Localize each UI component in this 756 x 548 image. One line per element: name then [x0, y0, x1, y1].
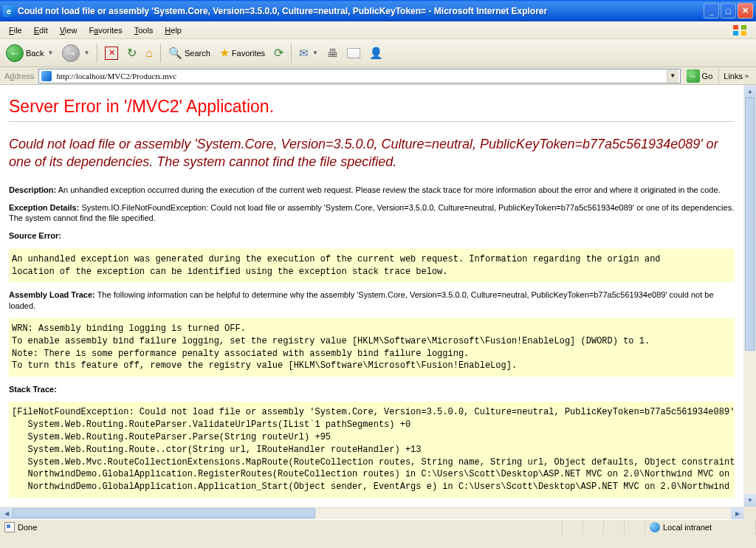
menu-help[interactable]: Help	[159, 24, 188, 37]
horizontal-scrollbar[interactable]: ◀ ▶	[0, 507, 756, 519]
status-pane-4	[625, 520, 645, 535]
menu-edit[interactable]: Edit	[28, 24, 54, 37]
status-bar: Done Local intranet	[0, 519, 756, 535]
stack-trace-label: Stack Trace:	[9, 384, 735, 394]
forward-button[interactable]: → ▼	[59, 43, 92, 64]
exception-section: Exception Details: System.IO.FileNotFoun…	[9, 202, 735, 224]
content-viewport: Server Error in '/MVC2' Application. Cou…	[0, 85, 756, 519]
print-icon: 🖶	[327, 47, 338, 59]
status-pane-1	[563, 520, 583, 535]
vertical-scrollbar[interactable]: ▲ ▼	[743, 85, 756, 507]
forward-dropdown-icon[interactable]: ▼	[83, 49, 89, 56]
maximize-button[interactable]: □	[721, 3, 736, 18]
messenger-icon: 👤	[369, 47, 383, 60]
address-input-wrap[interactable]: ▼	[38, 69, 680, 83]
page-ie-icon	[41, 70, 52, 82]
links-chevron-icon: »	[745, 72, 749, 80]
history-button[interactable]: ⟳	[271, 44, 286, 61]
status-text: Done	[18, 523, 37, 532]
done-icon	[4, 522, 15, 532]
home-button[interactable]: ⌂	[142, 45, 156, 61]
address-dropdown-icon[interactable]: ▼	[667, 69, 678, 83]
address-label: Address	[3, 72, 35, 81]
error-page: Server Error in '/MVC2' Application. Cou…	[0, 85, 743, 507]
source-error-box: An unhandled exception was generated dur…	[9, 249, 735, 283]
windows-logo-icon	[726, 23, 753, 38]
scroll-left-icon[interactable]: ◀	[0, 507, 13, 519]
edit-button[interactable]	[344, 47, 363, 60]
history-icon: ⟳	[274, 46, 284, 60]
security-zone: Local intranet	[645, 520, 756, 535]
go-arrow-icon: →	[687, 69, 700, 83]
assembly-load-trace-section: Assembly Load Trace: The following infor…	[9, 290, 735, 311]
address-input[interactable]	[55, 71, 666, 81]
hscroll-thumb[interactable]	[13, 508, 315, 518]
globe-icon	[650, 522, 660, 532]
error-heading: Server Error in '/MVC2' Application.	[9, 97, 735, 117]
description-section: Description: An unhandled exception occu…	[9, 185, 735, 195]
scroll-up-icon[interactable]: ▲	[744, 85, 756, 97]
zone-text: Local intranet	[663, 523, 712, 532]
links-button[interactable]: Links »	[718, 69, 753, 83]
messenger-button[interactable]: 👤	[366, 45, 386, 61]
refresh-button[interactable]: ↻	[124, 44, 140, 61]
menu-file[interactable]: File	[3, 24, 28, 37]
edit-icon	[347, 48, 360, 58]
print-button[interactable]: 🖶	[324, 45, 341, 61]
assembly-load-trace-box: WRN: Assembly binding logging is turned …	[9, 318, 735, 377]
mail-icon: ✉	[299, 47, 309, 60]
address-bar: Address ▼ → Go Links »	[0, 67, 756, 85]
search-icon: 🔍	[168, 47, 182, 60]
status-pane-3	[604, 520, 625, 535]
menu-tools[interactable]: Tools	[128, 24, 159, 37]
stop-icon: ✕	[105, 47, 118, 60]
menu-view[interactable]: View	[54, 24, 83, 37]
ie-icon: e	[3, 5, 15, 17]
refresh-icon: ↻	[127, 46, 137, 60]
scroll-corner	[743, 507, 756, 520]
vscroll-thumb[interactable]	[745, 97, 755, 351]
forward-arrow-icon: →	[62, 44, 80, 62]
go-button[interactable]: → Go	[684, 69, 716, 83]
stack-trace-box: [FileNotFoundException: Could not load f…	[9, 402, 735, 498]
scroll-right-icon[interactable]: ▶	[731, 507, 743, 519]
status-pane-2	[583, 520, 604, 535]
divider	[9, 121, 735, 122]
stop-button[interactable]: ✕	[102, 45, 121, 61]
error-subheading: Could not load file or assembly 'System.…	[9, 135, 735, 171]
back-dropdown-icon[interactable]: ▼	[47, 49, 53, 56]
scroll-down-icon[interactable]: ▼	[744, 494, 756, 507]
mail-button[interactable]: ✉▼	[296, 45, 321, 61]
window-titlebar: e Could not load file or assembly 'Syste…	[0, 0, 756, 21]
window-title: Could not load file or assembly 'System.…	[18, 6, 704, 16]
status-main: Done	[0, 520, 563, 535]
source-error-label: Source Error:	[9, 230, 735, 241]
menu-bar: File Edit View Favorites Tools Help	[0, 21, 756, 39]
search-button[interactable]: 🔍 Search	[165, 45, 213, 61]
back-button[interactable]: ← Back ▼	[3, 43, 56, 64]
close-button[interactable]: ✕	[738, 3, 753, 18]
home-icon: ⌂	[145, 47, 153, 60]
star-icon: ★	[219, 46, 230, 60]
toolbar: ← Back ▼ → ▼ ✕ ↻ ⌂ 🔍 Search ★ Favorites …	[0, 39, 756, 67]
minimize-button[interactable]: _	[704, 3, 719, 18]
favorites-button[interactable]: ★ Favorites	[216, 44, 268, 61]
menu-favorites[interactable]: Favorites	[83, 24, 128, 37]
back-arrow-icon: ←	[6, 44, 24, 62]
